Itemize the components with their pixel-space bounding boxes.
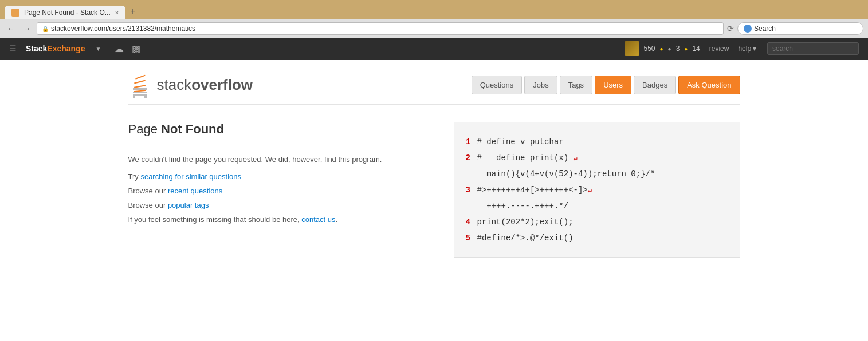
line-content-2: # define print(x) ↵ main(){v(4+v(v(52)-4… bbox=[477, 150, 655, 182]
period: . bbox=[336, 215, 338, 224]
if-feel-text: If you feel something is missing that sh… bbox=[128, 215, 302, 224]
popular-tags-link[interactable]: popular tags bbox=[168, 201, 209, 209]
page-not-found-title: Page Not Found bbox=[128, 122, 437, 137]
so-content: Page Not Found We couldn't find the page… bbox=[128, 116, 740, 264]
help-text: help bbox=[738, 45, 751, 53]
nav-users[interactable]: Users bbox=[595, 76, 631, 94]
address-text: stackoverflow.com/users/2131382/mathemat… bbox=[51, 25, 195, 33]
line-content-3: #>+++++++4+[>++++++<-]>↵ ++++.----.++++.… bbox=[477, 182, 592, 214]
svg-rect-7 bbox=[134, 80, 146, 84]
browser-search-bar[interactable]: Search bbox=[737, 22, 863, 35]
so-main: stackoverflow Questions Jobs Tags Users … bbox=[119, 60, 749, 264]
tab-close-button[interactable]: × bbox=[115, 9, 119, 16]
logo-stack: stack bbox=[157, 76, 192, 93]
browse-label1: Browse our bbox=[128, 187, 168, 195]
gold-badge-icon: ● bbox=[660, 46, 663, 52]
line-num-4: 4 bbox=[466, 214, 475, 230]
so-left-panel: Page Not Found We couldn't find the page… bbox=[128, 122, 437, 258]
bronze-badge-icon: ● bbox=[684, 46, 688, 52]
address-bar[interactable]: 🔒 stackoverflow.com/users/2131382/mathem… bbox=[37, 22, 724, 35]
new-tab-button[interactable]: + bbox=[125, 3, 140, 19]
svg-rect-2 bbox=[133, 94, 147, 96]
user-reputation: 550 bbox=[644, 45, 655, 53]
nav-ask-question[interactable]: Ask Question bbox=[678, 76, 740, 94]
line-content-5: #define/*>.@*/exit() bbox=[477, 230, 574, 246]
pnf-recent-line: Browse our recent questions bbox=[128, 187, 437, 195]
browser-chrome: Page Not Found - Stack O... × + bbox=[0, 0, 868, 19]
chart-icon[interactable]: ▩ bbox=[132, 43, 140, 54]
active-tab[interactable]: Page Not Found - Stack O... × bbox=[5, 6, 125, 19]
nav-jobs[interactable]: Jobs bbox=[524, 76, 557, 94]
svg-rect-0 bbox=[133, 88, 147, 90]
code-panel: 1 # define v putchar 2 # define print(x)… bbox=[454, 122, 740, 258]
browser-search-placeholder: Search bbox=[754, 25, 776, 33]
nav-icons: ☁ ▩ bbox=[115, 43, 140, 54]
user-section: 550 ● ● 3 ● 14 bbox=[625, 41, 700, 56]
nav-questions[interactable]: Questions bbox=[472, 76, 523, 94]
review-link[interactable]: review bbox=[709, 45, 729, 53]
browser-toolbar: ← → 🔒 stackoverflow.com/users/2131382/ma… bbox=[0, 19, 868, 38]
cloud-icon[interactable]: ☁ bbox=[115, 43, 124, 54]
so-nav-buttons: Questions Jobs Tags Users Badges Ask Que… bbox=[472, 76, 740, 94]
pnf-try-line: Try searching for similar questions bbox=[128, 172, 437, 181]
searching-link[interactable]: searching for similar questions bbox=[140, 172, 241, 181]
search-engine-icon bbox=[744, 25, 752, 33]
try-label: Try bbox=[128, 172, 141, 181]
so-logo: stackoverflow bbox=[128, 71, 253, 98]
so-logo-text: stackoverflow bbox=[157, 76, 253, 94]
nav-badges[interactable]: Badges bbox=[634, 76, 676, 94]
code-line-1: 1 # define v putchar bbox=[466, 134, 728, 150]
tab-favicon bbox=[11, 9, 19, 17]
topnav-search-input[interactable] bbox=[767, 42, 859, 55]
logo-overflow: overflow bbox=[191, 76, 253, 93]
bronze-badge-count: 14 bbox=[692, 45, 700, 53]
svg-rect-4 bbox=[144, 96, 147, 98]
browse-label2: Browse our bbox=[128, 201, 168, 209]
nav-tags[interactable]: Tags bbox=[560, 76, 592, 94]
refresh-button[interactable]: ⟳ bbox=[727, 24, 734, 33]
so-header: stackoverflow Questions Jobs Tags Users … bbox=[128, 60, 740, 105]
svg-rect-8 bbox=[135, 75, 146, 80]
pnf-body-text: We couldn't find the page you requested.… bbox=[128, 154, 437, 165]
so-right-panel: 1 # define v putchar 2 # define print(x)… bbox=[454, 122, 740, 258]
pnf-contact-line: If you feel something is missing that sh… bbox=[128, 215, 437, 224]
pnf-popular-line: Browse our popular tags bbox=[128, 201, 437, 209]
arrow-3: ↵ bbox=[588, 187, 592, 195]
brand-logo[interactable]: StackExchange bbox=[26, 44, 85, 53]
line-content-4: print(202*2);exit(); bbox=[477, 214, 574, 230]
line-content-1: # define v putchar bbox=[477, 134, 564, 150]
line-num-3: 3 bbox=[466, 182, 475, 198]
lock-icon: 🔒 bbox=[42, 26, 49, 32]
hamburger-icon[interactable]: ☰ bbox=[9, 44, 17, 53]
code-line-2: 2 # define print(x) ↵ main(){v(4+v(v(52)… bbox=[466, 150, 728, 182]
help-link[interactable]: help▼ bbox=[738, 45, 758, 53]
line-num-5: 5 bbox=[466, 230, 475, 246]
silver-badge-count: 3 bbox=[676, 45, 680, 53]
recent-questions-link[interactable]: recent questions bbox=[168, 187, 222, 195]
svg-rect-6 bbox=[133, 85, 145, 88]
avatar[interactable] bbox=[625, 41, 639, 56]
forward-button[interactable]: → bbox=[21, 23, 33, 34]
back-button[interactable]: ← bbox=[5, 23, 17, 34]
svg-rect-3 bbox=[133, 96, 135, 98]
code-line-4: 4 print(202*2);exit(); bbox=[466, 214, 728, 230]
browser-tabs: Page Not Found - Stack O... × + bbox=[5, 3, 863, 19]
so-logo-icon bbox=[128, 71, 151, 98]
line-num-1: 1 bbox=[466, 134, 475, 150]
brand-caret-icon[interactable]: ▼ bbox=[96, 46, 101, 52]
brand-exchange: Exchange bbox=[47, 44, 85, 53]
contact-us-link[interactable]: contact us bbox=[301, 215, 335, 224]
brand-stack: Stack bbox=[26, 44, 47, 53]
silver-badge-icon: ● bbox=[668, 46, 671, 52]
so-topnav: ☰ StackExchange ▼ ☁ ▩ 550 ● ● 3 ● 14 rev… bbox=[0, 38, 868, 60]
code-line-3: 3 #>+++++++4+[>++++++<-]>↵ ++++.----.+++… bbox=[466, 182, 728, 214]
code-line-5: 5 #define/*>.@*/exit() bbox=[466, 230, 728, 246]
line-num-2: 2 bbox=[466, 150, 475, 166]
tab-title: Page Not Found - Stack O... bbox=[24, 9, 111, 17]
arrow-2: ↵ bbox=[574, 154, 578, 162]
avatar-image bbox=[625, 41, 639, 56]
